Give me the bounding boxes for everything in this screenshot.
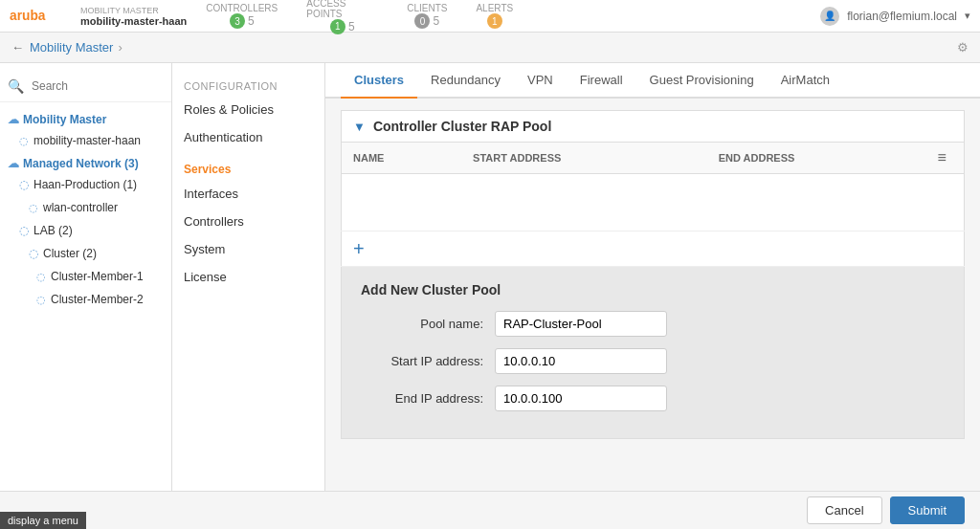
col-start-address: START ADDRESS: [461, 143, 707, 174]
cloud-icon-2: ☁: [8, 157, 19, 170]
content-area: Clusters Redundancy VPN Firewall Guest P…: [325, 63, 980, 527]
sidebar-search-input[interactable]: [24, 75, 172, 98]
controllers-count-badge: 3: [230, 13, 245, 29]
tab-vpn[interactable]: VPN: [514, 63, 567, 99]
col-end-address: END ADDRESS: [707, 143, 926, 174]
breadcrumb-settings-icon[interactable]: ⚙: [957, 40, 969, 55]
nav-clients[interactable]: CLIENTS 0 5: [407, 3, 447, 29]
search-icon: 🔍: [8, 78, 24, 94]
pool-name-input[interactable]: [495, 311, 667, 337]
nav-alerts[interactable]: ALERTS 1: [476, 3, 513, 29]
alerts-count-badge: 1: [487, 13, 502, 29]
top-nav: aruba MOBILITY MASTER mobility-master-ha…: [0, 0, 980, 33]
add-cluster-pool-button[interactable]: +: [353, 239, 365, 258]
controller-icon-1: ◌: [19, 135, 29, 147]
end-ip-input[interactable]: [495, 386, 667, 411]
cancel-button[interactable]: Cancel: [807, 496, 881, 524]
controller-icon-3: ◌: [36, 271, 46, 283]
mobility-master-top-label: MOBILITY MASTER: [80, 6, 187, 15]
mobility-master-info: MOBILITY MASTER mobility-master-haan: [80, 6, 187, 27]
nav-controllers[interactable]: CONTROLLERS 3 5: [206, 3, 278, 29]
user-dropdown-icon[interactable]: ▾: [965, 10, 970, 22]
sidebar-item-wlan-label: wlan-controller: [43, 201, 118, 214]
folder-icon-3: ◌: [29, 247, 38, 260]
tab-clusters[interactable]: Clusters: [341, 63, 417, 99]
end-ip-label: End IP address:: [361, 391, 495, 406]
submit-button[interactable]: Submit: [890, 496, 965, 524]
table-add-cell: +: [342, 231, 965, 267]
svg-text:aruba: aruba: [10, 9, 46, 23]
col-name: NAME: [342, 143, 462, 174]
cluster-table: NAME START ADDRESS END ADDRESS ≡ +: [341, 142, 965, 267]
sidebar-item-lab[interactable]: ◌ LAB (2): [0, 219, 171, 242]
ap-count-badge: 1: [330, 19, 345, 34]
sidebar-item-mobility-master-haan[interactable]: ◌ mobility-master-haan: [0, 129, 171, 152]
tabs-bar: Clusters Redundancy VPN Firewall Guest P…: [325, 63, 980, 99]
sidebar-group-managed-network[interactable]: ☁ Managed Network (3): [0, 152, 171, 173]
sidebar-search-container: 🔍: [0, 71, 171, 102]
table-menu-icon[interactable]: ≡: [938, 149, 947, 165]
clients-count-badge: 0: [414, 13, 430, 29]
sidebar-item-cluster-label: Cluster (2): [43, 247, 97, 260]
main-layout: 🔍 ☁ Mobility Master ◌ mobility-master-ha…: [0, 63, 980, 527]
user-icon: 👤: [820, 7, 839, 26]
col-actions: ≡: [926, 143, 965, 174]
sidebar-item-lab-label: LAB (2): [33, 224, 73, 237]
table-add-row: +: [342, 231, 965, 267]
cluster-section-title: Controller Cluster RAP Pool: [373, 119, 551, 134]
nav-access-points[interactable]: ACCESS POINTS 1 5: [306, 0, 378, 34]
mobility-master-top-name: mobility-master-haan: [80, 15, 187, 27]
table-empty-cell: [342, 174, 965, 231]
start-ip-label: Start IP address:: [361, 354, 495, 368]
sidebar-item-haan-production[interactable]: ◌ Haan-Production (1): [0, 173, 171, 196]
form-row-end-ip: End IP address:: [361, 386, 945, 411]
tab-redundancy[interactable]: Redundancy: [417, 63, 514, 99]
sidebar-item-cluster-member-2[interactable]: ◌ Cluster-Member-2: [0, 288, 171, 311]
sidebar-group-mobility-master[interactable]: ☁ Mobility Master: [0, 108, 171, 129]
middle-nav-section-config: Configuration: [172, 73, 324, 96]
back-arrow-icon[interactable]: ←: [11, 40, 24, 55]
sidebar-group-mn-label: Managed Network (3): [23, 157, 139, 170]
start-ip-input[interactable]: [495, 348, 667, 374]
cluster-section-header: ▼ Controller Cluster RAP Pool: [341, 110, 965, 142]
folder-icon-1: ◌: [19, 178, 29, 191]
form-row-pool-name: Pool name:: [361, 311, 945, 337]
middle-nav-roles-policies[interactable]: Roles & Policies: [172, 96, 324, 123]
folder-icon-2: ◌: [19, 224, 29, 237]
form-row-start-ip: Start IP address:: [361, 348, 945, 374]
breadcrumb-link[interactable]: Mobility Master: [30, 40, 113, 55]
tab-firewall[interactable]: Firewall: [567, 63, 636, 99]
sidebar-item-hp-label: Haan-Production (1): [33, 178, 137, 191]
table-header-row: NAME START ADDRESS END ADDRESS ≡: [342, 143, 965, 174]
pool-name-label: Pool name:: [361, 317, 495, 331]
sidebar-item-cluster[interactable]: ◌ Cluster (2): [0, 242, 171, 265]
sidebar-item-cm2-label: Cluster-Member-2: [51, 293, 144, 306]
content-body: ▼ Controller Cluster RAP Pool NAME START…: [325, 99, 980, 451]
tab-airmatch[interactable]: AirMatch: [768, 63, 843, 99]
middle-nav-system[interactable]: System: [172, 235, 324, 263]
logo: aruba: [10, 6, 57, 27]
user-email: florian@flemium.local: [847, 10, 957, 23]
add-form-section: Add New Cluster Pool Pool name: Start IP…: [341, 267, 965, 439]
middle-nav-license[interactable]: License: [172, 263, 324, 291]
sidebar-item-cluster-member-1[interactable]: ◌ Cluster-Member-1: [0, 265, 171, 288]
middle-nav-controllers[interactable]: Controllers: [172, 208, 324, 235]
sidebar-group-mm-label: Mobility Master: [23, 113, 106, 126]
add-form-title: Add New Cluster Pool: [361, 282, 945, 298]
sidebar-item-wlan-controller[interactable]: ◌ wlan-controller: [0, 196, 171, 219]
sidebar-item-cm1-label: Cluster-Member-1: [51, 270, 144, 283]
middle-nav-authentication[interactable]: Authentication: [172, 123, 324, 151]
bottom-bar: Cancel Submit: [0, 491, 980, 529]
top-nav-items: CONTROLLERS 3 5 ACCESS POINTS 1 5 CLIENT…: [206, 0, 513, 34]
tooltip-hint: display a menu: [0, 512, 86, 529]
cloud-icon: ☁: [8, 113, 19, 126]
controller-icon-4: ◌: [36, 294, 46, 306]
toggle-icon[interactable]: ▼: [353, 120, 366, 134]
controller-icon-2: ◌: [29, 202, 38, 214]
tab-guest-provisioning[interactable]: Guest Provisioning: [636, 63, 768, 99]
middle-nav-interfaces[interactable]: Interfaces: [172, 180, 324, 208]
breadcrumb-chevron: ›: [118, 40, 122, 55]
sidebar: 🔍 ☁ Mobility Master ◌ mobility-master-ha…: [0, 63, 172, 527]
middle-nav-section-services: Services: [172, 151, 324, 180]
user-area: 👤 florian@flemium.local ▾: [820, 7, 970, 26]
